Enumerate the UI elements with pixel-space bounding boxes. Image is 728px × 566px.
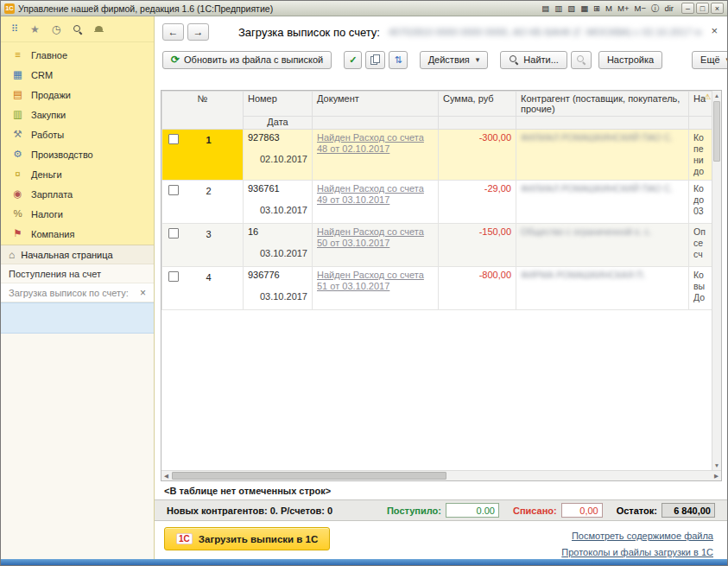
statements-grid: № Номер Документ Сумма, руб Контрагент (… <box>161 91 712 470</box>
row-number: 3 <box>179 228 238 239</box>
mark-button[interactable]: ✓ <box>344 51 362 69</box>
sidebar-item-purchases[interactable]: ▥Закупки <box>1 105 154 124</box>
forward-button[interactable]: → <box>187 23 209 41</box>
calendar-icon[interactable]: ▦ <box>580 4 588 13</box>
document-link[interactable]: Найден Расход со счета 50 от 03.10.2017 <box>317 226 434 249</box>
chevron-down-icon: ▾ <box>476 56 480 64</box>
favorites-icon[interactable]: ★ <box>30 24 40 35</box>
scroll-right-icon[interactable]: ▶ <box>714 473 719 480</box>
protocols-link[interactable]: Протоколы и файлы загрузки в 1С <box>561 547 713 557</box>
main-section-icon: ≡ <box>12 50 23 60</box>
memory-plus-button[interactable]: M+ <box>617 4 629 13</box>
scroll-left-icon[interactable]: ◀ <box>164 473 168 480</box>
more-label: Ещё <box>700 54 720 65</box>
maximize-button[interactable]: □ <box>696 3 709 14</box>
row-checkbox[interactable] <box>168 228 179 238</box>
load-statements-button[interactable]: 1С Загрузить выписки в 1С <box>164 527 330 550</box>
purpose-fragment: Ко вы До <box>693 270 707 303</box>
sidebar-item-sales[interactable]: ▤Продажи <box>1 85 154 105</box>
service-menu-icon[interactable]: ⠿ <box>11 24 18 34</box>
notifications-icon[interactable] <box>95 25 103 34</box>
bottom-accent-strip <box>1 559 727 565</box>
close-button[interactable]: × <box>711 3 724 14</box>
col-header-sum[interactable]: Сумма, руб <box>439 92 516 117</box>
row-checkbox[interactable] <box>168 271 179 282</box>
calculator-icon[interactable]: ⊞ <box>593 4 600 13</box>
settings-button[interactable]: Настройка <box>598 51 662 69</box>
minimize-button[interactable]: – <box>681 3 694 14</box>
page-title: Загрузка выписок по счету: <box>238 26 380 39</box>
sum-value: -300,00 <box>439 130 516 181</box>
sidebar: ⠿ ★ ◷ ≡Главное ▦CRM ▤Продажи ▥Закупки ⚒Р… <box>1 16 155 559</box>
print-preview-icon[interactable]: ▧ <box>567 4 575 13</box>
dir-indicator[interactable]: dir <box>664 4 674 13</box>
sidebar-item-label: Работы <box>31 130 64 140</box>
memory-minus-button[interactable]: M− <box>634 4 645 13</box>
horizontal-scroll-thumb[interactable] <box>172 472 446 480</box>
sidebar-item-crm[interactable]: ▦CRM <box>1 65 154 85</box>
payroll-section-icon: ◉ <box>12 189 23 200</box>
scroll-up-icon[interactable]: ▲ <box>712 92 721 99</box>
view-file-contents-link[interactable]: Посмотреть содержимое файла <box>572 531 713 541</box>
open-window-receipts[interactable]: Поступления на счет <box>1 264 154 283</box>
col-header-purpose[interactable]: На ⚠ <box>689 92 712 117</box>
horizontal-scrollbar[interactable]: ◀ ▶ <box>161 470 721 480</box>
table-row[interactable]: 3 1603.10.2017 Найден Расход со счета 50… <box>162 224 712 267</box>
statement-date: 02.10.2017 <box>248 154 307 164</box>
scroll-down-icon[interactable]: ▼ <box>712 462 721 468</box>
history-icon[interactable]: ◷ <box>52 24 60 35</box>
sort-button[interactable]: ⇅ <box>389 51 407 69</box>
open-window-label: Загрузка выписок по счету: <box>9 288 129 298</box>
statement-number: 16 <box>248 226 307 237</box>
memory-button[interactable]: M <box>605 4 612 13</box>
sidebar-item-works[interactable]: ⚒Работы <box>1 124 154 144</box>
info-icon[interactable]: ⓘ <box>651 4 660 13</box>
sidebar-quick-panel: ⠿ ★ ◷ <box>1 16 154 42</box>
save-icon[interactable]: ▤ <box>541 4 549 13</box>
sum-value: -29,00 <box>439 181 516 224</box>
more-button[interactable]: Ещё ▾ <box>692 51 728 69</box>
form-close-icon[interactable]: × <box>711 25 718 36</box>
col-header-num[interactable]: № <box>162 92 244 130</box>
company-section-icon: ⚑ <box>12 229 23 239</box>
refresh-from-file-button[interactable]: ⟳ Обновить из файла с выпиской <box>162 51 332 69</box>
vertical-scroll-thumb[interactable] <box>713 101 720 162</box>
received-label: Поступило: <box>387 506 441 516</box>
actions-button[interactable]: Действия ▾ <box>420 51 489 69</box>
print-icon[interactable]: ▥ <box>554 4 562 13</box>
document-link[interactable]: Найден Расход со счета 49 от 03.10.2017 <box>317 183 434 206</box>
col-header-number[interactable]: Номер <box>244 92 313 117</box>
open-window-statements[interactable]: Загрузка выписок по счету: × <box>1 283 154 302</box>
col-header-document[interactable]: Документ <box>313 92 439 117</box>
home-label: Начальная страница <box>21 250 112 260</box>
sidebar-item-company[interactable]: ⚑Компания <box>1 224 154 244</box>
col-header-date[interactable]: Дата <box>244 117 313 130</box>
find-button[interactable]: Найти... <box>500 51 567 69</box>
document-link[interactable]: Найден Расход со счета 48 от 02.10.2017 <box>317 132 434 155</box>
search-icon[interactable] <box>73 24 83 35</box>
table-row[interactable]: 2 93676103.10.2017 Найден Расход со счет… <box>162 181 712 224</box>
row-checkbox[interactable] <box>168 134 179 144</box>
vertical-scrollbar[interactable]: ▲ ▼ <box>712 91 721 470</box>
table-row[interactable]: 4 93677603.10.2017 Найден Расход со счет… <box>162 267 712 310</box>
row-checkbox[interactable] <box>168 185 179 195</box>
sidebar-item-main[interactable]: ≡Главное <box>1 45 154 65</box>
copy-button[interactable] <box>365 51 385 69</box>
sidebar-item-home[interactable]: ⌂ Начальная страница <box>1 245 154 264</box>
clear-search-button[interactable] <box>571 51 592 69</box>
no-marked-rows-message: <В таблице нет отмеченных строк> <box>164 486 331 496</box>
bell-icon <box>95 25 103 34</box>
sidebar-item-payroll[interactable]: ◉Зарплата <box>1 184 154 204</box>
close-window-icon[interactable]: × <box>140 288 146 298</box>
col-header-counterparty[interactable]: Контрагент (поставщик, покупатель, прочи… <box>516 92 689 117</box>
check-icon: ✓ <box>349 55 357 65</box>
actions-label: Действия <box>428 54 470 65</box>
table-row[interactable]: 1 92786302.10.2017 Найден Расход со счет… <box>162 130 712 181</box>
counterparties-summary: Новых контрагентов: 0. Р/счетов: 0 <box>167 506 332 516</box>
counterparty-redacted: Общество с ограниченной о. с. <box>521 226 684 238</box>
back-button[interactable]: ← <box>162 23 184 41</box>
document-link[interactable]: Найден Расход со счета 51 от 03.10.2017 <box>317 270 434 292</box>
sidebar-item-production[interactable]: ⚙Производство <box>1 144 154 164</box>
sidebar-item-taxes[interactable]: %Налоги <box>1 204 154 224</box>
sidebar-item-money[interactable]: ¤Деньги <box>1 164 154 184</box>
